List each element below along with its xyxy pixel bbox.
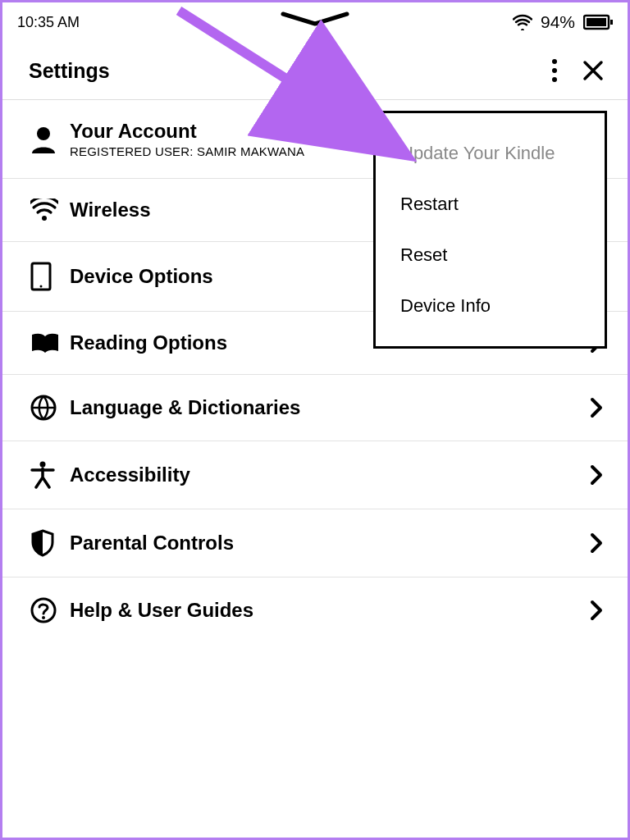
battery-percentage: 94% xyxy=(541,12,575,32)
svg-point-6 xyxy=(37,127,50,140)
overflow-menu: Update Your Kindle Restart Reset Device … xyxy=(373,111,607,349)
person-icon xyxy=(30,126,57,153)
svg-point-3 xyxy=(552,59,557,64)
more-menu-button[interactable] xyxy=(550,58,559,83)
row-title: Help & User Guides xyxy=(70,599,578,622)
row-accessibility[interactable]: Accessibility xyxy=(2,441,628,509)
menu-item-reset[interactable]: Reset xyxy=(376,230,605,281)
chevron-right-icon xyxy=(590,600,603,621)
svg-point-9 xyxy=(40,285,43,288)
row-parental-controls[interactable]: Parental Controls xyxy=(2,509,628,578)
tablet-icon xyxy=(30,262,52,291)
svg-rect-1 xyxy=(610,20,613,25)
settings-header: Settings xyxy=(2,39,628,99)
book-icon xyxy=(30,331,60,354)
svg-rect-2 xyxy=(587,18,606,26)
pull-handle-icon xyxy=(278,11,352,29)
row-title: Parental Controls xyxy=(70,532,578,555)
help-icon xyxy=(30,597,57,623)
svg-point-11 xyxy=(40,462,46,468)
menu-item-restart[interactable]: Restart xyxy=(376,179,605,230)
page-title: Settings xyxy=(29,59,110,83)
status-time: 10:35 AM xyxy=(17,14,80,31)
svg-point-5 xyxy=(552,77,557,82)
svg-point-4 xyxy=(552,68,557,73)
row-title: Language & Dictionaries xyxy=(70,396,578,419)
row-title: Accessibility xyxy=(70,463,578,486)
close-button[interactable] xyxy=(582,59,605,82)
shield-icon xyxy=(30,529,55,557)
row-language-dictionaries[interactable]: Language & Dictionaries xyxy=(2,375,628,441)
svg-point-7 xyxy=(42,216,47,221)
battery-icon xyxy=(583,14,613,30)
chevron-right-icon xyxy=(590,532,603,554)
chevron-right-icon xyxy=(590,464,603,486)
menu-item-device-info[interactable]: Device Info xyxy=(376,281,605,331)
svg-point-13 xyxy=(42,616,45,619)
wifi-icon xyxy=(30,199,58,221)
row-help-guides[interactable]: Help & User Guides xyxy=(2,578,628,643)
globe-icon xyxy=(30,395,57,421)
wifi-icon xyxy=(513,14,532,30)
accessibility-icon xyxy=(30,461,55,489)
menu-item-update[interactable]: Update Your Kindle xyxy=(376,128,605,179)
chevron-right-icon xyxy=(590,397,603,418)
